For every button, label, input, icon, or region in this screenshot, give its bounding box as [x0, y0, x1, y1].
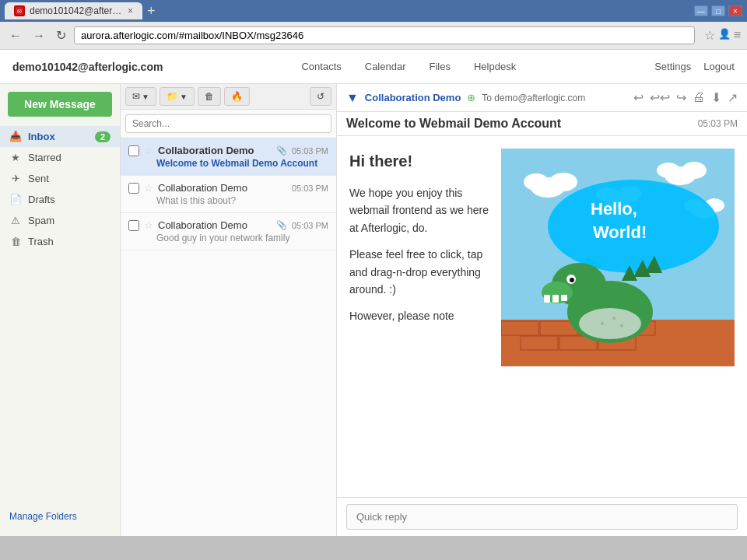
attach-icon-1: 📎 [276, 145, 287, 156]
reply-button[interactable]: ↩ [633, 90, 644, 105]
collapse-icon[interactable]: ▼ [346, 91, 359, 105]
navigation-bar: ← → ↻ ☆ 👤 ≡ [0, 22, 747, 50]
list-item[interactable]: ☆ Collaboration Demo 📎 05:03 PM Welcome … [121, 138, 336, 176]
spam-icon: ⚠ [9, 215, 22, 226]
sidebar-label-sent: Sent [28, 173, 49, 184]
search-bar [121, 110, 336, 138]
reload-button[interactable]: ↻ [53, 26, 69, 44]
delete-icon: 🗑 [205, 91, 214, 102]
delete-toolbar-button[interactable]: 🗑 [198, 87, 221, 106]
message-sender-3: Collaboration Demo [158, 219, 272, 231]
app-topnav: demo101042@afterlogic.com Contacts Calen… [0, 50, 747, 84]
message-list: ✉ ▼ 📁 ▼ 🗑 🔥 ↺ [121, 84, 337, 536]
sent-icon: ✈ [9, 173, 22, 184]
forward-button[interactable]: ↪ [676, 90, 686, 105]
manage-folders-link[interactable]: Manage Folders [9, 511, 77, 522]
email-view: ▼ Collaboration Demo ⊕ To demo@afterlogi… [337, 84, 747, 536]
sidebar-item-spam[interactable]: ⚠ Spam [0, 210, 120, 231]
list-item[interactable]: ☆ Collaboration Demo 📎 05:03 PM Good guy… [121, 213, 336, 250]
address-bar[interactable] [74, 26, 695, 44]
menu-icon[interactable]: ≡ [734, 28, 741, 43]
tab-favicon: ✉ [14, 5, 25, 16]
star-icon-3[interactable]: ☆ [144, 219, 153, 231]
messages-container: ☆ Collaboration Demo 📎 05:03 PM Welcome … [121, 138, 336, 536]
title-bar: ✉ demo101042@afterlogic.c... × + — □ × [0, 0, 747, 22]
sidebar-item-starred[interactable]: ★ Starred [0, 147, 120, 168]
svg-point-39 [579, 308, 641, 339]
refresh-toolbar-button[interactable]: ↺ [310, 87, 331, 106]
message-checkbox-3[interactable] [128, 220, 139, 231]
nav-contacts[interactable]: Contacts [301, 61, 341, 72]
email-to: To demo@afterlogic.com [482, 93, 585, 103]
svg-point-5 [524, 173, 549, 191]
quick-reply-input[interactable] [346, 504, 738, 530]
forward-button[interactable]: → [30, 27, 48, 44]
refresh-icon: ↺ [317, 91, 324, 102]
svg-rect-31 [552, 295, 559, 303]
reply-all-button[interactable]: ↩↩ [650, 90, 670, 105]
reply-dropdown-icon[interactable]: ▼ [142, 93, 149, 101]
message-checkbox-1[interactable] [128, 145, 139, 156]
reply-icon: ✉ [132, 91, 140, 102]
minimize-button[interactable]: — [694, 5, 708, 16]
bookmark-icon[interactable]: ☆ [704, 28, 715, 43]
nav-files[interactable]: Files [430, 61, 451, 72]
nav-calendar[interactable]: Calendar [365, 61, 406, 72]
attach-icon-3: 📎 [276, 220, 287, 230]
email-text-content: Hi there! We hope you enjoy this webmail… [349, 149, 489, 485]
close-button[interactable]: × [728, 5, 742, 16]
nav-helpdesk[interactable]: Helpdesk [474, 61, 516, 72]
move-dropdown-icon[interactable]: ▼ [180, 93, 188, 101]
sidebar: New Message 📥 Inbox 2 ★ Starred ✈ Sent 📄… [0, 84, 121, 536]
browser-tab[interactable]: ✉ demo101042@afterlogic.c... × [5, 2, 142, 19]
app-nav-right: Settings Logout [654, 61, 735, 72]
svg-rect-32 [561, 295, 567, 301]
sidebar-label-inbox: Inbox [28, 131, 55, 142]
external-button[interactable]: ↗ [728, 90, 738, 105]
message-time-2: 05:03 PM [292, 184, 328, 193]
quick-reply-bar [337, 497, 747, 536]
logout-link[interactable]: Logout [703, 61, 735, 72]
print-button[interactable]: 🖨 [693, 90, 705, 105]
tab-title: demo101042@afterlogic.c... [30, 5, 123, 16]
drafts-icon: 📄 [9, 194, 22, 205]
reply-toolbar-button[interactable]: ✉ ▼ [125, 87, 156, 106]
maximize-button[interactable]: □ [711, 5, 725, 16]
sidebar-item-drafts[interactable]: 📄 Drafts [0, 189, 120, 210]
back-button[interactable]: ← [6, 27, 25, 44]
new-message-button[interactable]: New Message [8, 92, 112, 117]
inbox-icon: 📥 [9, 131, 22, 142]
account-icon[interactable]: 👤 [718, 28, 731, 43]
svg-rect-30 [544, 295, 550, 303]
list-item[interactable]: ☆ Collaboration Demo 05:03 PM What is th… [121, 176, 336, 213]
svg-point-41 [612, 317, 615, 320]
sidebar-item-sent[interactable]: ✈ Sent [0, 168, 120, 189]
svg-point-4 [549, 173, 577, 191]
move-toolbar-button[interactable]: 📁 ▼ [160, 87, 195, 106]
star-icon-2[interactable]: ☆ [144, 182, 153, 194]
email-body: Hi there! We hope you enjoy this webmail… [337, 136, 747, 497]
trash-icon: 🗑 [9, 236, 22, 247]
svg-point-42 [620, 324, 623, 327]
message-toolbar: ✉ ▼ 📁 ▼ 🗑 🔥 ↺ [121, 84, 336, 110]
message-header: ☆ Collaboration Demo 📎 05:03 PM [128, 219, 328, 231]
message-checkbox-2[interactable] [128, 183, 139, 194]
svg-text:World!: World! [593, 222, 647, 242]
starred-icon: ★ [9, 152, 22, 163]
sidebar-label-trash: Trash [28, 236, 54, 247]
sidebar-item-inbox[interactable]: 📥 Inbox 2 [0, 126, 120, 147]
tab-close-icon[interactable]: × [128, 5, 133, 16]
move-icon: 📁 [167, 91, 178, 102]
fire-icon: 🔥 [231, 91, 243, 102]
search-input[interactable] [125, 114, 331, 133]
download-button[interactable]: ⬇ [711, 90, 721, 105]
message-sender-1: Collaboration Demo [158, 145, 272, 156]
sidebar-item-trash[interactable]: 🗑 Trash [0, 231, 120, 252]
star-icon-1[interactable]: ☆ [144, 145, 153, 156]
sidebar-label-spam: Spam [28, 215, 54, 226]
new-tab-button[interactable]: + [142, 3, 160, 19]
settings-link[interactable]: Settings [654, 61, 691, 72]
spam-toolbar-button[interactable]: 🔥 [224, 87, 250, 106]
add-contact-icon[interactable]: ⊕ [467, 92, 475, 103]
app-main: New Message 📥 Inbox 2 ★ Starred ✈ Sent 📄… [0, 84, 747, 536]
